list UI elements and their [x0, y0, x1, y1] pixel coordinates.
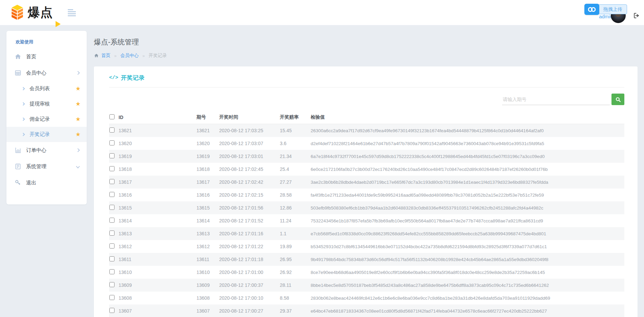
row-checkbox[interactable]: [109, 218, 115, 223]
row-checkbox[interactable]: [109, 192, 115, 197]
sidebar-item-draw-records[interactable]: 开奖记录 ★: [6, 127, 87, 142]
cell-hash: fa4f3fb1e27f1233eda44001fde9c59b9952416a…: [311, 193, 624, 198]
row-checkbox[interactable]: [109, 308, 115, 313]
sidebar-item-logout[interactable]: 退出: [6, 175, 87, 191]
cell-id: 13614: [119, 218, 196, 223]
cell-id: 13616: [119, 192, 196, 198]
cell-id: 13618: [119, 166, 196, 172]
chevron-right-icon: [22, 102, 25, 106]
cell-time: 2020-08-12 17:03:07: [219, 141, 280, 146]
search-button[interactable]: [611, 94, 624, 105]
star-icon: ★: [76, 100, 81, 107]
cell-time: 2020-08-12 17:02:42: [219, 179, 280, 185]
cell-period: 13611: [196, 257, 219, 262]
row-checkbox[interactable]: [109, 231, 115, 236]
cell-odds: 28.11: [280, 282, 311, 288]
sidebar-item-withdraw-review[interactable]: 提现审核 ★: [6, 96, 87, 112]
sidebar-item-commission-records[interactable]: 佣金记录 ★: [6, 112, 87, 127]
row-checkbox[interactable]: [109, 269, 115, 274]
cell-time: 2020-08-12 17:00:37: [219, 282, 280, 288]
logout-icon[interactable]: [633, 12, 640, 19]
cell-time: 2020-08-12 17:01:52: [219, 218, 280, 223]
search-input[interactable]: [502, 94, 610, 105]
clipboard-icon: [15, 163, 21, 170]
cell-id: 13611: [119, 257, 196, 262]
select-all-checkbox[interactable]: [109, 114, 115, 119]
cell-id: 13621: [119, 128, 196, 133]
menu-toggle-icon[interactable]: [68, 9, 76, 16]
row-checkbox[interactable]: [109, 127, 115, 133]
row-checkbox[interactable]: [109, 166, 115, 171]
records-panel: </> 开奖记录 ID 期号 开奖时间 开奖赔率 检验值: [94, 66, 638, 317]
table-row: 13611 13611 2020-08-12 17:01:18 26.95 9b…: [109, 253, 624, 266]
cell-odds: 19.89: [280, 244, 311, 249]
sidebar-item-member-list[interactable]: 会员列表 ★: [6, 81, 87, 96]
sidebar-item-order-center[interactable]: 订单中心: [6, 142, 87, 158]
row-checkbox[interactable]: [109, 153, 115, 158]
search-row: [109, 94, 624, 105]
cell-time: 2020-08-12 17:01:56: [219, 205, 280, 211]
cell-odds: 12.86: [280, 205, 311, 211]
table-row: 13620 13620 2020-08-12 17:03:07 3.6 d2ef…: [109, 137, 624, 150]
cell-time: 2020-08-12 17:00:10: [219, 295, 280, 301]
row-checkbox[interactable]: [109, 205, 115, 210]
cell-hash: 6e0ce2172106fa0b27c3b00d72ec176240bd26c1…: [311, 167, 624, 172]
row-checkbox[interactable]: [109, 243, 115, 249]
table-row: 13610 13610 2020-08-12 17:01:00 26.92 8c…: [109, 266, 624, 279]
cell-period: 13618: [196, 166, 219, 172]
sidebar-welcome-label: 欢迎使用: [6, 39, 87, 45]
panel-title: 开奖记录: [121, 74, 145, 82]
row-checkbox[interactable]: [109, 179, 115, 184]
sidebar-item-member-center[interactable]: 会员中心: [6, 65, 87, 81]
cell-hash: 9b491798b54bdc75834b873d60c56df94c517fa5…: [311, 257, 624, 262]
main-content: 爆点-系统管理 首页 » 会员中心 » 开奖记录 </> 开奖记录: [94, 25, 638, 317]
cell-period: 13607: [196, 308, 219, 314]
key-icon: [15, 179, 21, 186]
column-header-period: 期号: [196, 114, 219, 120]
topbar: 爆点 admin 拖拽上传: [0, 0, 644, 25]
topbar-right: admin 拖拽上传: [556, 0, 644, 25]
bar-chart-icon: [15, 147, 21, 154]
cell-period: 13614: [196, 218, 219, 223]
code-icon: </>: [109, 75, 118, 81]
breadcrumb-home-link[interactable]: 首页: [101, 53, 110, 59]
cell-odds: 27.27: [280, 179, 311, 185]
cell-hash: e7cb568f5ed1c0f8338d0cc09c88623f9268dd54…: [311, 231, 624, 236]
cell-id: 13610: [119, 270, 196, 275]
brand-name: 爆点: [28, 4, 53, 21]
cell-time: 2020-08-12 17:01:00: [219, 270, 280, 275]
cell-id: 13620: [119, 141, 196, 146]
row-checkbox[interactable]: [109, 140, 115, 145]
cell-hash: 26300a6cc2a9dea7f17d92d67cf9ea49fe967301…: [311, 128, 624, 133]
breadcrumb-section-link[interactable]: 会员中心: [120, 53, 139, 59]
column-header-odds: 开奖赔率: [280, 114, 311, 120]
row-checkbox[interactable]: [109, 282, 115, 287]
cell-hash: 3ae2c3b0b6b28dbde4daeb2d0719bc17e665f67d…: [311, 180, 624, 185]
cell-odds: 25.4: [280, 166, 311, 172]
cloud-disk-icon[interactable]: [584, 4, 599, 15]
upload-badge[interactable]: 拖拽上传: [584, 4, 627, 15]
chevron-down-icon: [76, 164, 80, 168]
row-checkbox[interactable]: [109, 295, 115, 300]
star-icon: ★: [76, 131, 81, 138]
cell-odds: 11.24: [280, 218, 311, 223]
cell-hash: 6a7e18f44c9732f77001e45c597d59d8cb175222…: [311, 154, 624, 159]
row-checkbox[interactable]: [109, 256, 115, 261]
cell-time: 2020-08-12 17:03:25: [219, 128, 280, 133]
cell-hash: 503efb9fb508380ef6cb1bb379d4aa1b2d604883…: [311, 205, 624, 211]
cell-period: 13609: [196, 282, 219, 288]
home-icon: [15, 53, 21, 60]
sidebar-item-home[interactable]: 首页: [6, 48, 87, 65]
table-row: 13607 13607 2020-08-12 17:00:27 29.37 e6…: [109, 304, 624, 317]
page-title: 爆点-系统管理: [94, 37, 638, 47]
star-icon: ★: [76, 116, 81, 123]
sidebar-item-system-management[interactable]: 系统管理: [6, 158, 87, 175]
column-header-time: 开奖时间: [219, 114, 280, 120]
brand-logo[interactable]: 爆点: [9, 4, 53, 21]
drag-upload-button[interactable]: 拖拽上传: [597, 4, 627, 14]
chevron-right-icon: [76, 148, 80, 152]
breadcrumb: 首页 » 会员中心 » 开奖记录: [94, 53, 638, 59]
table-row: 13616 13616 2020-08-12 17:02:15 28.58 fa…: [109, 189, 624, 201]
cell-time: 2020-08-12 17:00:27: [219, 308, 280, 314]
cell-hash: 8ce7e90ee4b68d6aa4905019e8f2e60ccf9f1b6b…: [311, 270, 624, 275]
